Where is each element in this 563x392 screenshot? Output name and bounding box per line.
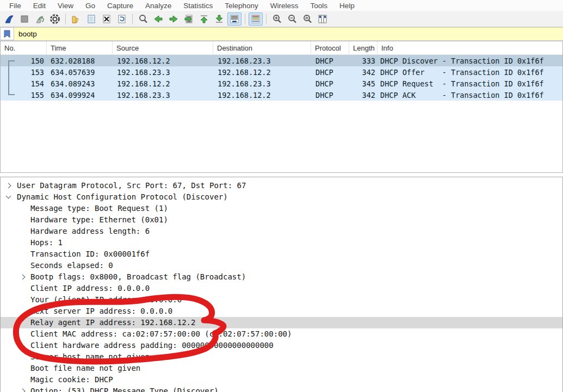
detail-text: User Datagram Protocol, Src Port: 67, Ds…: [1, 180, 246, 191]
cell-source: 192.168.23.3: [113, 91, 213, 99]
cell-source: 192.168.23.3: [113, 68, 213, 77]
menu-capture[interactable]: Capture: [101, 2, 139, 10]
find-packet-icon[interactable]: [136, 13, 150, 26]
detail-line[interactable]: Dynamic Host Configuration Protocol (Dis…: [1, 191, 562, 203]
conversation-bracket: [8, 60, 15, 95]
detail-line[interactable]: Transaction ID: 0x00001f6f: [1, 248, 562, 260]
menu-bar: File Edit View Go Capture Analyze Statis…: [0, 0, 563, 11]
go-last-packet-icon[interactable]: [212, 13, 226, 26]
go-back-icon[interactable]: [151, 13, 165, 26]
detail-text: Seconds elapsed: 0: [1, 260, 113, 271]
column-header-protocol[interactable]: Protocol: [311, 41, 349, 54]
detail-text: Client hardware address padding: 0000000…: [1, 340, 274, 351]
column-header-length[interactable]: Length: [349, 41, 378, 54]
menu-telephony[interactable]: Telephony: [219, 2, 264, 10]
detail-text: Client MAC address: ca:02:07:57:00:00 (c…: [1, 328, 292, 340]
packet-list-pane: No. Time Source Destination Protocol Len…: [0, 41, 563, 173]
detail-line[interactable]: Message type: Boot Request (1): [1, 203, 562, 214]
resize-columns-icon[interactable]: [315, 13, 330, 26]
menu-wireless[interactable]: Wireless: [264, 2, 305, 10]
start-capture-icon[interactable]: [2, 13, 16, 26]
detail-line-relay-agent-selected[interactable]: Relay agent IP address: 192.168.12.2: [1, 317, 562, 328]
close-file-icon[interactable]: [100, 13, 114, 26]
column-header-time[interactable]: Time: [47, 41, 113, 54]
detail-line[interactable]: Client MAC address: ca:02:07:57:00:00 (c…: [1, 328, 562, 340]
packet-details-pane: User Datagram Protocol, Src Port: 67, Ds…: [0, 177, 563, 392]
menu-analyze[interactable]: Analyze: [139, 2, 177, 10]
menu-go[interactable]: Go: [79, 2, 101, 10]
toolbar-separator: [266, 14, 267, 24]
cell-length: 333: [349, 57, 378, 65]
cell-destination: 192.168.23.3: [213, 57, 311, 65]
detail-line[interactable]: Hops: 1: [1, 237, 562, 248]
packet-row[interactable]: 155 634.099924 192.168.23.3 192.168.12.2…: [1, 89, 562, 101]
main-toolbar: [0, 11, 563, 27]
cell-info: DHCP ACK - Transaction ID 0x1f6f: [378, 91, 562, 99]
detail-line[interactable]: Bootp flags: 0x8000, Broadcast flag (Bro…: [1, 271, 562, 283]
detail-line[interactable]: Option: (53) DHCP Message Type (Discover…: [1, 385, 562, 392]
zoom-original-icon[interactable]: [300, 13, 314, 26]
detail-text: Magic cookie: DHCP: [1, 374, 113, 385]
capture-options-icon[interactable]: [48, 13, 62, 26]
column-header-no[interactable]: No.: [1, 41, 47, 54]
open-file-icon[interactable]: [69, 13, 83, 26]
detail-line[interactable]: Client hardware address padding: 0000000…: [1, 340, 562, 351]
go-forward-icon[interactable]: [166, 13, 181, 26]
stop-capture-icon[interactable]: [17, 13, 32, 26]
menu-statistics[interactable]: Statistics: [177, 2, 219, 10]
cell-info: DHCP Request - Transaction ID 0x1f6f: [378, 79, 562, 88]
menu-view[interactable]: View: [52, 2, 79, 10]
menu-tools[interactable]: Tools: [304, 2, 333, 10]
cell-info: DHCP Offer - Transaction ID 0x1f6f: [378, 68, 562, 77]
packet-row[interactable]: 154 634.089243 192.168.12.2 192.168.23.3…: [1, 78, 562, 89]
detail-line[interactable]: Boot file name not given: [1, 363, 562, 374]
detail-text: Your (client) IP address: 0.0.0.0: [1, 294, 182, 306]
cell-protocol: DHCP: [311, 57, 349, 65]
column-header-destination[interactable]: Destination: [213, 41, 311, 54]
detail-text: Relay agent IP address: 192.168.12.2: [1, 317, 195, 328]
detail-text: Dynamic Host Configuration Protocol (Dis…: [1, 191, 228, 203]
packet-row[interactable]: 153 634.057639 192.168.23.3 192.168.12.2…: [1, 66, 562, 78]
filter-bookmark-button[interactable]: [0, 27, 14, 40]
packet-row[interactable]: 150 632.028188 192.168.12.2 192.168.23.3…: [1, 55, 562, 66]
menu-edit[interactable]: Edit: [27, 2, 52, 10]
detail-text: Hardware address length: 6: [1, 226, 150, 237]
bookmark-icon: [4, 30, 10, 38]
detail-text: Message type: Boot Request (1): [1, 203, 168, 214]
menu-help[interactable]: Help: [333, 2, 361, 10]
wireshark-window: File Edit View Go Capture Analyze Statis…: [0, 0, 563, 392]
cell-no: 154: [1, 79, 47, 88]
go-to-packet-icon[interactable]: [182, 13, 196, 26]
detail-line[interactable]: User Datagram Protocol, Src Port: 67, Ds…: [1, 180, 562, 191]
cell-destination: 192.168.12.2: [213, 68, 311, 77]
go-first-packet-icon[interactable]: [197, 13, 211, 26]
menu-file[interactable]: File: [3, 2, 27, 10]
column-header-source[interactable]: Source: [113, 41, 213, 54]
detail-line[interactable]: Next server IP address: 0.0.0.0: [1, 306, 562, 317]
cell-time: 634.099924: [47, 91, 113, 99]
cell-destination: 192.168.23.3: [213, 79, 311, 88]
colorize-packets-icon[interactable]: [249, 13, 263, 26]
column-header-info[interactable]: Info: [378, 41, 562, 54]
restart-capture-icon[interactable]: [33, 13, 47, 26]
detail-line[interactable]: Seconds elapsed: 0: [1, 260, 562, 271]
detail-line[interactable]: Hardware type: Ethernet (0x01): [1, 214, 562, 226]
detail-line[interactable]: Magic cookie: DHCP: [1, 374, 562, 385]
cell-source: 192.168.12.2: [113, 79, 213, 88]
detail-line[interactable]: Your (client) IP address: 0.0.0.0: [1, 294, 562, 306]
reload-file-icon[interactable]: [115, 13, 129, 26]
cell-destination: 192.168.12.2: [213, 91, 311, 99]
save-file-icon[interactable]: [84, 13, 98, 26]
filter-input[interactable]: bootp: [14, 27, 563, 40]
detail-line[interactable]: Server host name not given: [1, 351, 562, 363]
filter-bar: bootp: [0, 27, 563, 41]
detail-text: Hardware type: Ethernet (0x01): [1, 214, 168, 226]
zoom-out-icon[interactable]: [285, 13, 299, 26]
cell-protocol: DHCP: [311, 91, 349, 99]
detail-line[interactable]: Hardware address length: 6: [1, 226, 562, 237]
detail-line[interactable]: Client IP address: 0.0.0.0: [1, 283, 562, 294]
auto-scroll-icon[interactable]: [227, 13, 242, 26]
zoom-in-icon[interactable]: [270, 13, 284, 26]
detail-text: Server host name not given: [1, 351, 150, 363]
detail-text: Bootp flags: 0x8000, Broadcast flag (Bro…: [1, 271, 246, 283]
